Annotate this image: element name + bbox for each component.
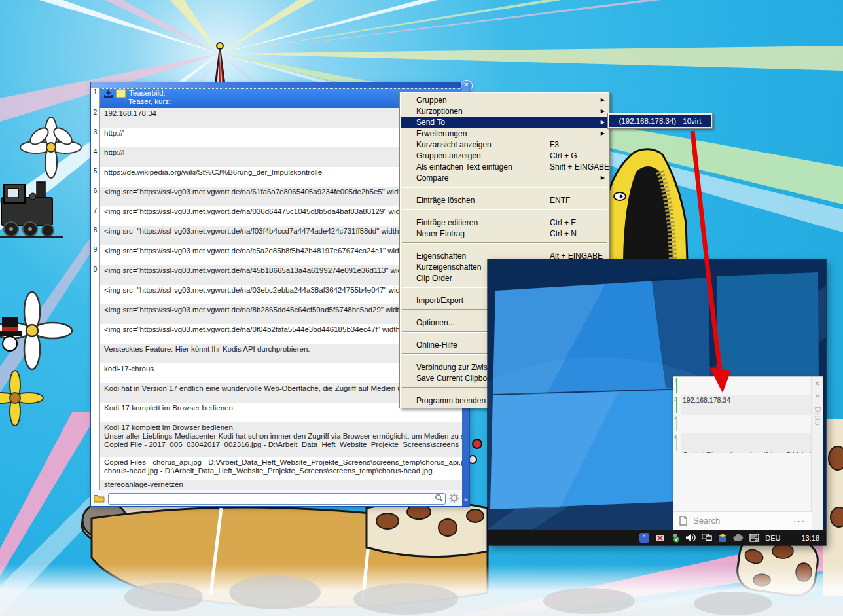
remote-desktop-window[interactable]: 1 http://www.d.de/IMPORTE/Stellenangeb (…: [488, 259, 826, 545]
menu-item-eintraege-editieren[interactable]: Einträge editierenCtrl + E: [401, 217, 609, 228]
clip-text: chorus-head.jpg - D:\Arbeit_Data_Heft_We…: [104, 467, 459, 475]
menu-item-label: Optionen...: [416, 318, 455, 327]
search-placeholder: Search: [693, 516, 787, 526]
svg-text:”: ”: [643, 534, 645, 541]
row-number: 4: [673, 433, 681, 453]
row-number: 5: [91, 167, 100, 187]
chevron-expand-icon[interactable]: »: [462, 496, 469, 503]
menu-item-compare[interactable]: Compare▶: [401, 172, 609, 183]
row-number: [91, 363, 100, 383]
menu-item-label: Kurzansicht anzeigen: [416, 140, 492, 149]
more-options-icon: ···: [793, 516, 806, 526]
row-number: 7: [91, 206, 100, 226]
close-icon: ×: [815, 379, 819, 388]
ditto-tray-icon: ”: [639, 533, 649, 543]
row-number: [91, 344, 100, 363]
clip-text: Unser aller Lieblings-Mediacenter Kodi h…: [104, 432, 459, 441]
submenu-arrow-icon: ▶: [601, 119, 605, 125]
page-icon: [679, 516, 687, 526]
menu-item-label: Eigenschaften: [416, 251, 466, 261]
notes-panel-icon: [749, 534, 759, 542]
menu-item-label: Als einfachen Text einfügen: [416, 162, 512, 172]
menu-item-label: Gruppen: [416, 96, 447, 105]
download-icon: [104, 90, 113, 98]
send-to-submenu: (192.168.178.34) - 10virt: [607, 113, 713, 129]
search-icon[interactable]: [435, 494, 443, 502]
submenu-arrow-icon: ▶: [601, 175, 605, 181]
submenu-item-target-pc[interactable]: (192.168.178.34) - 10virt: [609, 115, 711, 127]
row-number: 0: [91, 265, 100, 285]
menu-item-label: Neuer Eintrag: [416, 229, 465, 238]
row-number: [91, 422, 100, 457]
menu-shortcut: ENTF: [550, 196, 570, 205]
menu-item-als-text-einfuegen[interactable]: Als einfachen Text einfügenShift + EINGA…: [401, 161, 609, 172]
clip-text: Copied File - 2017_005_03042017_002316.j…: [104, 441, 459, 449]
row-number: 3: [91, 128, 100, 147]
remote-app-icon: [655, 534, 665, 543]
menu-item-kurzansicht[interactable]: Kurzansicht anzeigenF3: [401, 139, 609, 150]
menu-shortcut: Shift + EINGABE: [550, 162, 609, 172]
row-number: 1: [91, 88, 100, 108]
remote-taskbar: ” DEU 13:18: [488, 530, 826, 545]
remote-clip-row-3: 3 Copied File - chorus-head1.jpg - D:\Ar…: [673, 415, 812, 433]
language-indicator: DEU: [765, 534, 780, 542]
menu-item-gruppen[interactable]: Gruppen▶: [401, 94, 609, 105]
clip-text: 192.168.178.34: [681, 395, 812, 415]
giraffe-shell: [367, 501, 488, 557]
clock: 13:18: [801, 534, 819, 542]
row-number: [91, 480, 100, 490]
popup-search-bar: Search ···: [673, 511, 812, 530]
menu-item-kurzoptionen[interactable]: Kurzoptionen▶: [401, 105, 609, 117]
remote-clip-list: 1 http://www.d.de/IMPORTE/Stellenangeb (…: [673, 377, 812, 512]
gear-icon[interactable]: [449, 493, 459, 503]
menu-item-label: Erweiterungen: [416, 129, 467, 138]
clip-row-18[interactable]: Kodi 17 komplett im Browser bedienen Uns…: [91, 422, 462, 457]
menu-separator: [401, 209, 609, 217]
row-number: 1: [673, 377, 681, 395]
menu-item-label: Save Current Clipboard: [416, 374, 498, 383]
clip-text: Teaserbild:: [129, 89, 166, 98]
menu-item-label: Kurzeigenschaften: [416, 263, 481, 272]
popup-side-rail: × » Ditto: [811, 377, 823, 530]
menu-separator: [401, 187, 609, 194]
desktop: × » 1 Teaserbild: Teaser, kurz:: [0, 0, 843, 616]
search-bar: [91, 490, 462, 506]
remote-clip-row-1: 1 http://www.d.de/IMPORTE/Stellenangeb (…: [673, 377, 812, 395]
remote-ditto-popup[interactable]: 1 http://www.d.de/IMPORTE/Stellenangeb (…: [673, 376, 823, 530]
menu-shortcut: Ctrl + E: [550, 218, 576, 227]
menu-item-gruppen-anzeigen[interactable]: Gruppen anzeigenCtrl + G: [401, 150, 609, 161]
remote-clip-row-4: 4 Copied Files - chorus-head1.jpg - D:\A…: [673, 433, 812, 453]
search-input[interactable]: [108, 493, 446, 505]
menu-shortcut: F3: [550, 140, 559, 149]
onedrive-cloud-icon: [733, 534, 744, 541]
remote-clip-row-2: 2 192.168.178.34: [673, 395, 812, 415]
menu-item-neuer-eintrag[interactable]: Neuer EintragCtrl + N: [401, 228, 609, 239]
row-number: 3: [673, 415, 681, 433]
submenu-arrow-icon: ▶: [601, 97, 605, 103]
menu-item-label: Clip Order: [416, 274, 452, 283]
row-number: 9: [91, 245, 100, 265]
clip-row-20[interactable]: stereoanlage-vernetzen: [91, 480, 462, 490]
row-number: 8: [91, 226, 100, 245]
row-number: [91, 403, 100, 422]
row-number: [91, 324, 100, 344]
note-icon: [116, 89, 126, 98]
folder-icon[interactable]: [94, 494, 105, 503]
menu-item-label: Gruppen anzeigen: [416, 151, 481, 160]
menu-item-label: Einträge editieren: [416, 218, 478, 227]
menu-item-label: Einträge löschen: [416, 196, 475, 205]
menu-item-label: Programm beenden: [416, 396, 486, 405]
virtualbox-icon: [718, 534, 727, 543]
menu-item-label: Import/Export: [416, 296, 463, 305]
menu-item-send-to[interactable]: Send To▶: [401, 117, 609, 128]
clip-row-19[interactable]: Copied Files - chorus_api.jpg - D:\Arbei…: [91, 457, 462, 480]
row-number: [91, 457, 100, 480]
chevron-more-icon: »: [815, 391, 819, 399]
submenu-arrow-icon: ▶: [601, 108, 605, 114]
window-titlebar[interactable]: ×: [91, 82, 469, 88]
menu-item-erweiterungen[interactable]: Erweiterungen▶: [401, 128, 609, 139]
row-number: [91, 383, 100, 403]
usb-safely-remove-icon: [671, 534, 680, 543]
speaker-icon: [686, 534, 696, 542]
menu-item-eintraege-loeschen[interactable]: Einträge löschenENTF: [401, 194, 609, 206]
